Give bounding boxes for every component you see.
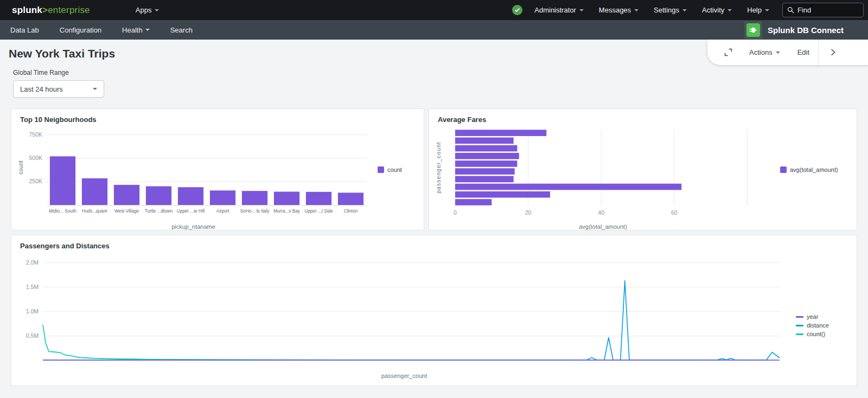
chart-svg: 0.5M1.0M1.5M2.0M (16, 252, 793, 371)
bar[interactable] (146, 187, 171, 206)
edit-button[interactable]: Edit (789, 40, 818, 65)
app-navbar: Data Lab Configuration Health Search Spl… (0, 20, 868, 40)
time-range-label: Global Time Range (13, 69, 868, 76)
splunk-logo[interactable]: splunk>enterprise (12, 5, 90, 16)
legend-item[interactable]: count (378, 166, 402, 173)
bar[interactable] (455, 145, 517, 152)
panel-title: Average Fares (438, 115, 852, 124)
actions-button-label: Actions (749, 48, 773, 56)
legend-item[interactable]: count() (796, 331, 829, 337)
bar[interactable] (114, 185, 139, 205)
panel-title: Passengers and Distances (20, 242, 852, 250)
bar[interactable] (338, 192, 363, 205)
bar[interactable] (274, 192, 299, 205)
nav-configuration[interactable]: Configuration (49, 20, 112, 40)
x-tick-label: 40 (598, 209, 604, 216)
chevron-right-button[interactable] (819, 40, 847, 65)
chart-legend: yeardistancecount() (796, 313, 829, 337)
menu-help[interactable]: Help (739, 0, 777, 20)
x-tick-label: West Village (114, 209, 139, 214)
legend-label: count (387, 166, 402, 173)
chart-legend: count (378, 166, 402, 173)
logo-gt-text: > (42, 5, 48, 15)
bar[interactable] (455, 191, 550, 198)
x-tick-label: SoHo-...le Italy (240, 209, 270, 214)
health-check-icon[interactable] (512, 5, 522, 15)
chevron-down-icon (727, 9, 732, 11)
x-tick-label: Huds...quare (82, 209, 107, 214)
series-line-count()[interactable] (43, 325, 780, 360)
nav-data-lab[interactable]: Data Lab (0, 20, 49, 40)
x-tick-label: Midto... South (49, 209, 76, 214)
bar[interactable] (455, 199, 492, 206)
nav-configuration-label: Configuration (60, 26, 101, 34)
bar[interactable] (242, 191, 267, 205)
bar[interactable] (455, 168, 515, 175)
db-connect-icon-tile (744, 21, 762, 39)
menu-messages[interactable]: Messages (591, 0, 646, 20)
bar[interactable] (455, 161, 517, 167)
y-tick-label: 1.5M (26, 284, 39, 290)
series-line-distance[interactable] (43, 281, 780, 361)
time-range-select[interactable]: Last 24 hours (13, 80, 104, 98)
legend-swatch (796, 333, 803, 335)
bar[interactable] (210, 190, 235, 205)
plug-icon (746, 23, 760, 37)
edit-button-label: Edit (797, 48, 809, 56)
chevron-down-icon (776, 52, 780, 54)
menu-help-label: Help (747, 6, 762, 14)
chevron-down-icon (682, 9, 687, 11)
chart-area: 0.5M1.0M1.5M2.0Mpassenger_count (16, 252, 793, 379)
global-time-range: Global Time Range Last 24 hours (13, 69, 868, 98)
y-tick-label: 1.0M (26, 308, 39, 314)
chevron-down-icon (634, 9, 639, 11)
legend-item[interactable]: distance (796, 322, 829, 329)
x-tick-label: Turtle ...dtown (145, 209, 173, 214)
bar[interactable] (455, 138, 514, 144)
x-tick-label: 20 (525, 209, 532, 216)
bar[interactable] (455, 176, 514, 183)
fullscreen-icon[interactable] (724, 48, 733, 57)
bar[interactable] (455, 184, 681, 190)
app-title: Splunk DB Connect (768, 25, 844, 35)
x-tick-label: Murra...s Bay (273, 209, 301, 214)
check-icon (514, 7, 520, 13)
chart-area: 0204060passenger_countavg(total_amount) (433, 126, 773, 230)
y-tick-label: 500K (29, 155, 42, 161)
x-tick-label: Upper ...t Side (304, 209, 333, 214)
legend-swatch (796, 325, 803, 326)
apps-menu[interactable]: Apps (128, 0, 167, 20)
y-axis-label: count (17, 161, 24, 175)
nav-search[interactable]: Search (160, 20, 203, 40)
x-tick-label: 60 (671, 209, 678, 216)
panel-title: Top 10 Neigbourhoods (20, 115, 419, 124)
bar[interactable] (455, 130, 546, 136)
time-range-value: Last 24 hours (20, 85, 63, 93)
x-tick-label: Clinton (344, 209, 358, 214)
legend-item[interactable]: avg(total_amount) (780, 166, 838, 173)
bar[interactable] (178, 187, 203, 205)
legend-item[interactable]: year (796, 313, 829, 320)
bar[interactable] (50, 156, 75, 205)
menu-administrator[interactable]: Administrator (527, 0, 591, 20)
x-axis-label: passenger_count (381, 373, 427, 379)
actions-button[interactable]: Actions (741, 40, 789, 65)
menu-settings[interactable]: Settings (646, 0, 694, 20)
legend-swatch (796, 316, 803, 318)
x-tick-label: 0 (454, 209, 457, 216)
chevron-down-icon (155, 9, 159, 11)
y-tick-label: 0.5M (26, 332, 39, 339)
y-tick-label: 750K (29, 131, 42, 138)
bar[interactable] (306, 192, 331, 205)
bar[interactable] (455, 153, 519, 159)
search-icon (787, 7, 794, 14)
dashboard-content: Actions Edit New York Taxi Trips Global … (0, 40, 868, 398)
chart-svg: 250K500K750KMidto... SouthHuds...quareWe… (16, 126, 371, 222)
top10-bar-chart: 250K500K750KMidto... SouthHuds...quareWe… (16, 126, 419, 230)
x-axis-label: avg(total_amount) (579, 223, 627, 230)
menu-activity[interactable]: Activity (694, 0, 739, 20)
bar[interactable] (82, 178, 107, 205)
nav-health[interactable]: Health (112, 20, 160, 40)
find-search[interactable] (782, 3, 864, 17)
find-input[interactable] (797, 6, 852, 14)
